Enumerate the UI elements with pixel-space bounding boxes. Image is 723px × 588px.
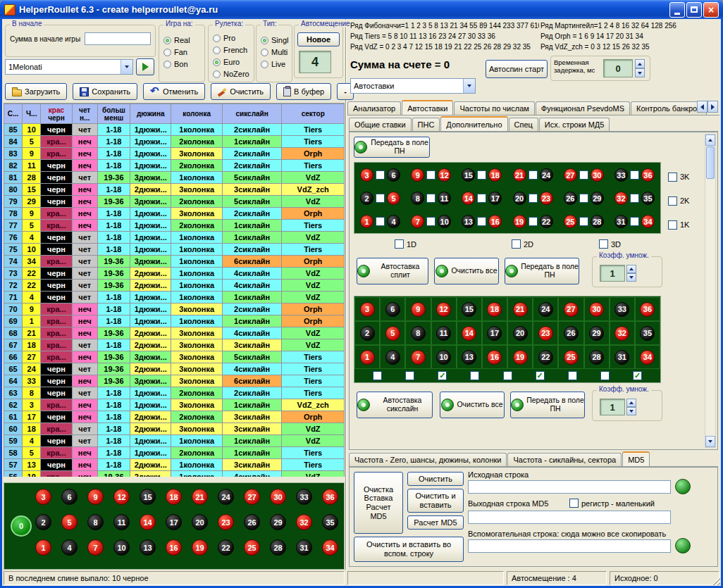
table-row[interactable]: 6018кра...чет1-182дюжи...3колонка3сиклай… bbox=[4, 423, 345, 435]
number-chip-34[interactable]: 34 bbox=[641, 215, 655, 228]
md5-clear-paste-button[interactable]: Очистить и вставить bbox=[407, 489, 464, 513]
chevron-down-icon[interactable] bbox=[121, 60, 132, 74]
number-chip-32[interactable]: 32 bbox=[614, 326, 629, 341]
number-chip-26[interactable]: 26 bbox=[244, 514, 260, 530]
number-chip-0[interactable]: 0 bbox=[11, 515, 32, 537]
number-chip-31[interactable]: 31 bbox=[614, 350, 629, 365]
number-chip-24[interactable]: 24 bbox=[538, 302, 553, 317]
tab-scroll-left-button[interactable] bbox=[697, 101, 707, 113]
number-chip-7[interactable]: 7 bbox=[411, 215, 424, 228]
tab-контроль-банкрол[interactable]: Контроль банкрол bbox=[631, 101, 707, 115]
number-chip-19[interactable]: 19 bbox=[513, 350, 528, 365]
number-chip-18[interactable]: 18 bbox=[487, 302, 502, 317]
checkbox[interactable] bbox=[668, 220, 677, 230]
number-chip-11[interactable]: 11 bbox=[436, 326, 451, 341]
checkbox[interactable] bbox=[599, 239, 608, 249]
check-1d[interactable]: 1D bbox=[395, 239, 416, 249]
number-chip-28[interactable]: 28 bbox=[591, 215, 604, 228]
number-chip-25[interactable]: 25 bbox=[564, 350, 579, 365]
checkbox[interactable] bbox=[668, 173, 677, 182]
checkbox[interactable] bbox=[477, 170, 486, 180]
number-chip-27[interactable]: 27 bbox=[564, 302, 579, 317]
number-chip-27[interactable]: 27 bbox=[564, 168, 577, 182]
tab-исх-строки-мд5[interactable]: Исх. строки МД5 bbox=[539, 118, 610, 131]
number-chip-3[interactable]: 3 bbox=[35, 489, 51, 505]
toolbar-button-folder-open[interactable]: Загрузить bbox=[5, 83, 67, 100]
checkbox[interactable] bbox=[426, 170, 435, 180]
number-chip-14[interactable]: 14 bbox=[462, 326, 476, 341]
spin-up-button[interactable] bbox=[635, 59, 645, 68]
number-chip-26[interactable]: 26 bbox=[564, 192, 577, 205]
number-chip-36[interactable]: 36 bbox=[640, 302, 655, 317]
source-input[interactable] bbox=[468, 480, 671, 494]
number-chip-9[interactable]: 9 bbox=[411, 302, 426, 317]
number-chip-21[interactable]: 21 bbox=[192, 489, 208, 505]
number-chip-6[interactable]: 6 bbox=[385, 302, 400, 317]
tab-scroll-right-button[interactable] bbox=[707, 101, 718, 113]
table-row[interactable]: 6433черннеч19-363дюжи...3колонка6сиклайн… bbox=[4, 375, 345, 387]
number-chip-7[interactable]: 7 bbox=[87, 539, 104, 556]
number-chip-9[interactable]: 9 bbox=[87, 489, 104, 505]
autobets-combo[interactable]: Автоставки bbox=[350, 78, 476, 94]
autobet-split-button[interactable]: Автоставка сплит bbox=[357, 258, 428, 284]
checkbox[interactable] bbox=[569, 499, 579, 508]
checkbox[interactable]: ✓ bbox=[438, 371, 447, 380]
table-row[interactable]: 7929черннеч19-363дюжи...2колонка5сиклайн… bbox=[4, 196, 345, 208]
table-row[interactable]: 5713черннеч1-182дюжи...1колонка3сиклайнT… bbox=[4, 459, 345, 471]
checkbox[interactable] bbox=[373, 371, 382, 380]
number-chip-8[interactable]: 8 bbox=[87, 514, 104, 530]
number-chip-20[interactable]: 20 bbox=[513, 192, 526, 205]
number-chip-19[interactable]: 19 bbox=[513, 215, 526, 228]
maximize-button[interactable] bbox=[686, 2, 702, 18]
tab-автоставки[interactable]: Автоставки bbox=[402, 100, 453, 115]
number-chip-12[interactable]: 12 bbox=[438, 168, 451, 182]
toolbar-button-clipboard[interactable]: В буфер bbox=[276, 83, 331, 100]
number-chip-29[interactable]: 29 bbox=[591, 192, 604, 205]
table-row[interactable]: 585кра...неч1-181дюжи...2колонка1сиклайн… bbox=[4, 447, 345, 459]
autobet-sixline-button[interactable]: Автоставка сикслайн bbox=[357, 392, 433, 418]
number-chip-5[interactable]: 5 bbox=[387, 192, 400, 205]
number-chip-33[interactable]: 33 bbox=[614, 168, 628, 182]
minimize-button[interactable] bbox=[669, 2, 685, 18]
tab-функционал-psevdoms[interactable]: Функционал PsevdoMS bbox=[536, 101, 630, 115]
checkbox[interactable] bbox=[512, 239, 521, 249]
spin-down-button[interactable] bbox=[635, 68, 645, 77]
table-row[interactable]: 764чернчет1-181дюжи...1колонка1сиклайнVd… bbox=[4, 232, 345, 244]
number-chip-29[interactable]: 29 bbox=[589, 326, 604, 341]
transfer-split-button[interactable]: Передать в поле ПН bbox=[505, 258, 579, 284]
titlebar[interactable]: HelperRoullet 6.3 - create helperroullet… bbox=[0, 0, 723, 19]
number-chip-18[interactable]: 18 bbox=[166, 489, 182, 505]
number-chip-17[interactable]: 17 bbox=[488, 192, 502, 205]
number-chip-19[interactable]: 19 bbox=[192, 539, 208, 556]
checkbox[interactable] bbox=[568, 371, 577, 380]
table-row[interactable]: 6821кра...неч19-362дюжи...3колонка4сикла… bbox=[4, 327, 345, 339]
checkbox[interactable] bbox=[477, 217, 486, 226]
checkbox[interactable] bbox=[579, 217, 588, 226]
checkbox[interactable] bbox=[579, 194, 588, 203]
number-chip-33[interactable]: 33 bbox=[296, 489, 312, 505]
number-chip-36[interactable]: 36 bbox=[641, 168, 655, 182]
number-chip-34[interactable]: 34 bbox=[322, 539, 338, 556]
checkbox[interactable] bbox=[395, 239, 404, 249]
number-chip-31[interactable]: 31 bbox=[296, 539, 312, 556]
radio-nozero[interactable]: NoZero bbox=[213, 68, 254, 80]
number-chip-14[interactable]: 14 bbox=[140, 514, 156, 530]
start-sum-input[interactable] bbox=[85, 32, 151, 45]
number-chip-28[interactable]: 28 bbox=[270, 539, 286, 556]
number-chip-5[interactable]: 5 bbox=[61, 514, 78, 530]
checkbox[interactable]: ✓ bbox=[536, 371, 545, 380]
transfer-top-button[interactable]: Передать в поле ПН bbox=[354, 137, 430, 158]
number-chip-32[interactable]: 32 bbox=[614, 192, 628, 205]
transfer-sixline-button[interactable]: Передать в поле ПН bbox=[510, 392, 585, 418]
close-button[interactable]: × bbox=[703, 2, 719, 18]
number-chip-16[interactable]: 16 bbox=[488, 215, 502, 228]
number-chip-8[interactable]: 8 bbox=[411, 192, 424, 205]
tab-пнс[interactable]: ПНС bbox=[412, 118, 440, 131]
spin-down-button[interactable] bbox=[626, 273, 636, 282]
number-chip-23[interactable]: 23 bbox=[540, 192, 553, 205]
number-chip-2[interactable]: 2 bbox=[360, 326, 375, 341]
number-chip-18[interactable]: 18 bbox=[488, 168, 502, 182]
table-row[interactable]: 638чернчет1-181дюжи...2колонка2сиклайнTi… bbox=[4, 387, 345, 399]
table-row[interactable]: 7510чернчет1-181дюжи...1колонка2сиклайнT… bbox=[4, 244, 345, 256]
checkbox[interactable] bbox=[376, 170, 385, 180]
